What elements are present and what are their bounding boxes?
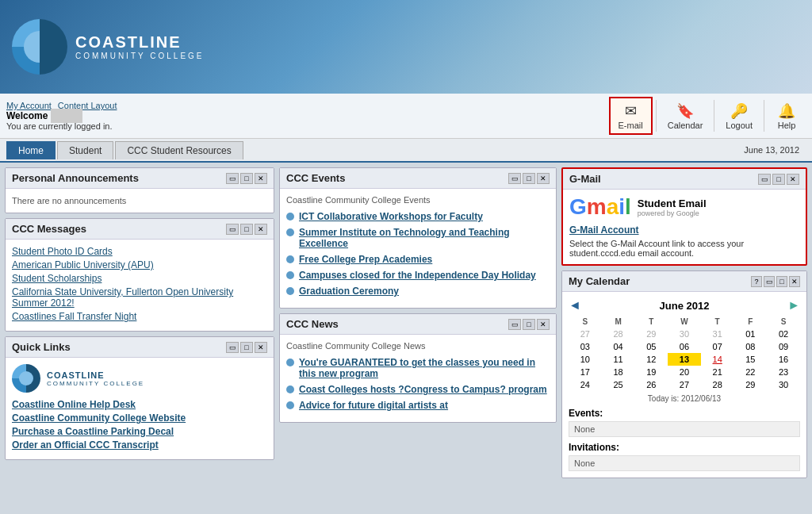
event-bullet-4 [286, 287, 294, 295]
cal-cell-4-6[interactable]: 30 [767, 378, 800, 391]
cal-cell-4-4[interactable]: 28 [701, 378, 734, 391]
cal-cell-2-6[interactable]: 16 [767, 353, 800, 366]
cal-events-value: None [569, 421, 800, 437]
calendar-button[interactable]: 🔖 Calendar [660, 98, 711, 133]
panel-ctrl-max-msg[interactable]: □ [240, 224, 253, 235]
cal-cell-2-0[interactable]: 10 [569, 353, 602, 366]
cal-cell-3-6[interactable]: 23 [767, 366, 800, 378]
panel-ctrl-min-ql[interactable]: ▭ [226, 342, 239, 353]
ccc-events-subtitle: Coastline Community College Events [286, 195, 550, 205]
help-icon: 🔔 [776, 102, 798, 121]
panel-ctrl-close-news[interactable]: ✕ [537, 319, 550, 330]
panel-controls-gmail: ▭ □ ✕ [758, 174, 799, 185]
panel-ctrl-min-cal[interactable]: ▭ [764, 276, 775, 287]
cal-cell-1-3[interactable]: 06 [668, 340, 701, 353]
event-link-4[interactable]: Graduation Ceremony [299, 286, 399, 297]
panel-ctrl-min-gmail[interactable]: ▭ [758, 174, 771, 185]
panel-controls-events: ▭ □ ✕ [508, 173, 550, 184]
cal-cell-0-6[interactable]: 02 [767, 328, 800, 340]
event-link-1[interactable]: Summer Institute on Technology and Teach… [299, 227, 550, 249]
cal-cell-0-5[interactable]: 01 [734, 328, 768, 340]
cal-cell-0-1[interactable]: 28 [602, 328, 635, 340]
event-bullet-2 [286, 255, 294, 263]
cal-cell-4-1[interactable]: 25 [602, 378, 635, 391]
gmail-account-link[interactable]: G-Mail Account [569, 224, 799, 236]
panel-ctrl-close-gmail[interactable]: ✕ [787, 174, 799, 185]
cal-cell-3-0[interactable]: 17 [569, 366, 602, 378]
cal-cell-1-0[interactable]: 03 [569, 340, 602, 353]
tab-student[interactable]: Student [57, 141, 113, 159]
my-account-link[interactable]: My Account [6, 101, 52, 110]
event-item-1: Summer Institute on Technology and Teach… [286, 227, 550, 249]
event-link-0[interactable]: ICT Collaborative Workshops for Faculty [299, 211, 483, 222]
cal-cell-2-3[interactable]: 13 [668, 353, 701, 366]
panel-ctrl-close-ev[interactable]: ✕ [537, 173, 550, 184]
event-bullet-3 [286, 271, 294, 279]
cal-cell-1-2[interactable]: 05 [634, 340, 668, 353]
news-link-2[interactable]: Advice for future digital artists at [299, 400, 448, 411]
panel-ctrl-close-cal[interactable]: ✕ [789, 276, 800, 287]
panel-ctrl-close-announce[interactable]: ✕ [255, 173, 267, 184]
cal-cell-1-5[interactable]: 08 [734, 340, 768, 353]
cal-cell-3-2[interactable]: 19 [634, 366, 668, 378]
cal-cell-3-5[interactable]: 22 [734, 366, 768, 378]
cal-cell-4-5[interactable]: 29 [734, 378, 768, 391]
cal-cell-4-0[interactable]: 24 [569, 378, 602, 391]
msg-link-4[interactable]: Coastlines Fall Transfer Night [12, 311, 267, 322]
cal-th-w: W [668, 316, 701, 328]
ql-link-0[interactable]: Coastline Online Help Desk [12, 399, 267, 410]
ql-link-1[interactable]: Coastline Community College Website [12, 412, 267, 424]
msg-link-0[interactable]: Student Photo ID Cards [12, 246, 267, 257]
msg-link-3[interactable]: California State University, Fullerton O… [12, 286, 267, 309]
cal-cell-3-3[interactable]: 20 [668, 366, 701, 378]
panel-ctrl-max-cal[interactable]: □ [776, 276, 787, 287]
cal-cell-4-2[interactable]: 26 [634, 378, 668, 391]
cal-cell-2-5[interactable]: 15 [734, 353, 768, 366]
cal-cell-0-3[interactable]: 30 [668, 328, 701, 340]
cal-cell-3-4[interactable]: 21 [701, 366, 734, 378]
news-link-1[interactable]: Coast Colleges hosts ?Congress to Campus… [299, 384, 547, 395]
logout-button[interactable]: 🔑 Logout [718, 98, 760, 133]
panel-ctrl-min-announce[interactable]: ▭ [226, 173, 239, 184]
email-button[interactable]: ✉ E-mail [609, 97, 653, 135]
panel-ctrl-close-ql[interactable]: ✕ [255, 342, 267, 353]
cal-cell-3-1[interactable]: 18 [602, 366, 635, 378]
event-link-2[interactable]: Free College Prep Academies [299, 254, 432, 265]
cal-next-arrow[interactable]: ► [787, 298, 800, 313]
main-content: Personal Announcements ▭ □ ✕ There are n… [0, 163, 812, 483]
help-button[interactable]: 🔔 Help [768, 98, 806, 133]
cal-cell-2-2[interactable]: 12 [634, 353, 668, 366]
cal-cell-0-2[interactable]: 29 [634, 328, 668, 340]
cal-cell-4-3[interactable]: 27 [668, 378, 701, 391]
tab-home[interactable]: Home [6, 141, 56, 159]
cal-cell-1-6[interactable]: 09 [767, 340, 800, 353]
ql-link-3[interactable]: Order an Official CCC Transcript [12, 439, 267, 451]
panel-ctrl-min-ev[interactable]: ▭ [508, 173, 521, 184]
personal-announcements-header: Personal Announcements ▭ □ ✕ [6, 168, 274, 189]
panel-ctrl-min-msg[interactable]: ▭ [226, 224, 239, 235]
ql-link-2[interactable]: Purchase a Coastline Parking Decal [12, 426, 267, 437]
panel-ctrl-max-gmail[interactable]: □ [772, 174, 785, 185]
cal-prev-arrow[interactable]: ◄ [569, 298, 581, 313]
panel-ctrl-close-msg[interactable]: ✕ [255, 224, 267, 235]
logo-sub: COMMUNITY COLLEGE [75, 52, 205, 60]
panel-ctrl-q-cal[interactable]: ? [751, 276, 762, 287]
news-link-0[interactable]: You're GUARANTEED to get the classes you… [299, 357, 550, 379]
cal-cell-0-0[interactable]: 27 [569, 328, 602, 340]
panel-ctrl-max-announce[interactable]: □ [240, 173, 253, 184]
tab-ccc-resources[interactable]: CCC Student Resources [115, 141, 243, 159]
msg-link-1[interactable]: American Public University (APU) [12, 259, 267, 270]
panel-ctrl-max-ev[interactable]: □ [523, 173, 535, 184]
ccc-events-panel: CCC Events ▭ □ ✕ Coastline Community Col… [279, 167, 557, 309]
cal-cell-1-4[interactable]: 07 [701, 340, 734, 353]
cal-cell-0-4[interactable]: 31 [701, 328, 734, 340]
panel-ctrl-max-ql[interactable]: □ [240, 342, 253, 353]
logo-name: COASTLINE [75, 33, 205, 52]
event-link-3[interactable]: Campuses closed for the Independence Day… [299, 270, 536, 281]
panel-ctrl-min-news[interactable]: ▭ [508, 319, 521, 330]
cal-cell-1-1[interactable]: 04 [602, 340, 635, 353]
msg-link-2[interactable]: Student Scholarships [12, 273, 267, 284]
cal-cell-2-4[interactable]: 14 [701, 353, 734, 366]
panel-ctrl-max-news[interactable]: □ [523, 319, 535, 330]
cal-cell-2-1[interactable]: 11 [602, 353, 635, 366]
